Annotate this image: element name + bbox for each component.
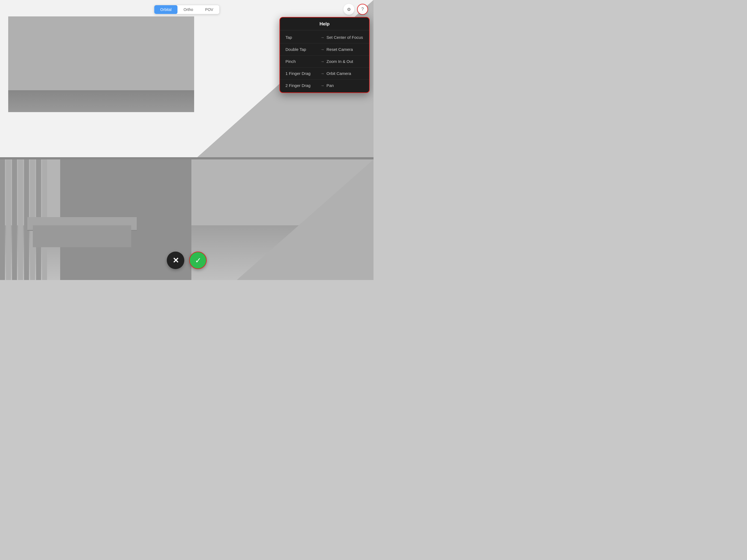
x-icon: ✕: [173, 256, 179, 265]
arrow-icon-0: →: [320, 35, 324, 40]
help-row-1finger: 1 Finger Drag → Orbit Camera: [280, 68, 369, 80]
top-right-actions: ⚙ ?: [343, 4, 368, 15]
view-mode-toggle: Orbital Ortho POV: [154, 5, 220, 14]
column-4: [18, 159, 23, 280]
gear-icon: ⚙: [347, 7, 351, 12]
orbital-view-button[interactable]: Orbital: [154, 5, 177, 14]
action-1finger: Orbit Camera: [327, 71, 351, 76]
bottom-action-buttons: ✕ ✓: [167, 252, 207, 269]
gesture-2finger: 2 Finger Drag: [285, 83, 318, 88]
arrow-icon-2: →: [320, 59, 324, 64]
gesture-1finger: 1 Finger Drag: [285, 71, 318, 76]
action-tap: Set Center of Focus: [327, 35, 363, 40]
gesture-tap: Tap: [285, 35, 318, 40]
ortho-view-button[interactable]: Ortho: [177, 5, 199, 14]
confirm-button[interactable]: ✓: [189, 252, 207, 269]
help-popup: Help Tap → Set Center of Focus Double Ta…: [279, 17, 370, 93]
help-row-2finger: 2 Finger Drag → Pan: [280, 80, 369, 91]
settings-button[interactable]: ⚙: [343, 4, 354, 15]
checkmark-icon: ✓: [195, 256, 201, 265]
arrow-icon-3: →: [320, 71, 324, 76]
help-rows: Tap → Set Center of Focus Double Tap → R…: [280, 30, 369, 93]
help-row-double-tap: Double Tap → Reset Camera: [280, 44, 369, 55]
question-icon: ?: [361, 7, 364, 12]
arrow-icon-4: →: [320, 83, 324, 88]
help-button[interactable]: ?: [357, 4, 368, 15]
action-2finger: Pan: [327, 83, 334, 88]
view-toolbar: Orbital Ortho POV: [154, 5, 220, 14]
help-title: Help: [280, 18, 369, 30]
building-shadow: [8, 90, 194, 112]
scene-divider: [0, 157, 374, 159]
column-3: [12, 159, 17, 280]
help-row-tap: Tap → Set Center of Focus: [280, 31, 369, 44]
column-1: [0, 159, 5, 280]
column-2: [6, 159, 11, 280]
pov-view-button[interactable]: POV: [199, 5, 219, 14]
arrow-icon-1: →: [320, 47, 324, 52]
help-row-pinch: Pinch → Zoom In & Out: [280, 55, 369, 68]
action-double-tap: Reset Camera: [327, 47, 353, 52]
cancel-button[interactable]: ✕: [167, 252, 184, 269]
steps-area: [33, 225, 131, 247]
gesture-pinch: Pinch: [285, 59, 318, 64]
action-pinch: Zoom In & Out: [327, 59, 353, 64]
gesture-double-tap: Double Tap: [285, 47, 318, 52]
